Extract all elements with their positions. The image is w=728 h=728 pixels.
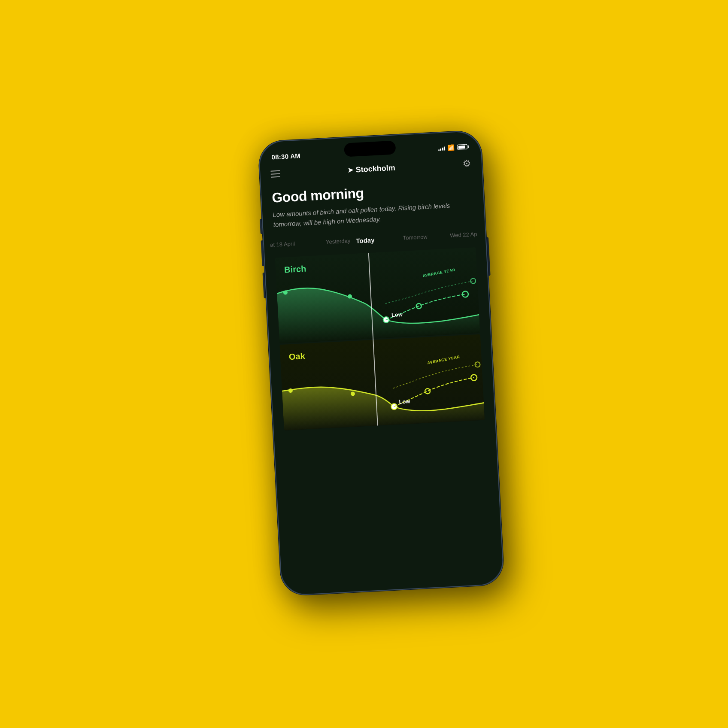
signal-icon <box>438 145 445 151</box>
oak-label: Oak <box>288 351 305 362</box>
battery-body <box>457 144 468 150</box>
birch-value-text: Low <box>391 311 403 318</box>
birch-chart-svg: Low <box>275 247 480 343</box>
status-icons: 📶 <box>438 143 469 152</box>
oak-future-dot-1 <box>425 388 431 394</box>
signal-bar-1 <box>438 149 440 151</box>
menu-line-1 <box>270 170 280 172</box>
birch-label: Birch <box>284 264 306 275</box>
oak-chart-svg: Low <box>279 334 485 431</box>
charts-section: Birch AVERAGE YEAR <box>275 247 485 431</box>
menu-line-3 <box>271 176 280 178</box>
signal-bar-3 <box>442 148 443 151</box>
timeline-label-yesterday: Yesterday <box>326 237 351 245</box>
timeline-label-wed22: Wed 22 Ap <box>450 231 477 239</box>
battery-fill <box>458 145 465 149</box>
menu-line-2 <box>271 173 280 175</box>
status-time: 08:30 AM <box>271 152 301 161</box>
main-content: Good morning Low amounts of birch and oa… <box>261 169 495 431</box>
oak-chart-card[interactable]: Oak AVERAGE YEAR <box>279 334 485 431</box>
wifi-icon: 📶 <box>448 144 455 151</box>
timeline-label-today[interactable]: Today <box>356 236 375 244</box>
signal-bar-2 <box>440 149 441 151</box>
location-name: Stockholm <box>355 163 395 174</box>
location-arrow-icon: ➤ <box>347 166 353 174</box>
app-background: 08:30 AM 📶 <box>0 0 728 728</box>
timeline-label-tomorrow[interactable]: Tomorrow <box>403 234 428 241</box>
birch-average-dot <box>470 278 476 284</box>
battery-icon <box>457 144 469 150</box>
menu-button[interactable] <box>270 170 280 178</box>
phone-frame: 08:30 AM 📶 <box>258 130 505 596</box>
battery-tip <box>468 146 469 148</box>
oak-value-text: Low <box>399 398 411 405</box>
dynamic-island <box>344 140 396 157</box>
timeline-label-sat18: at 18 April <box>270 240 295 248</box>
signal-bar-4 <box>444 146 445 150</box>
birch-chart-card[interactable]: Birch AVERAGE YEAR <box>275 247 480 343</box>
phone-container: 08:30 AM 📶 <box>258 130 505 596</box>
location-title: ➤ Stockholm <box>347 163 395 175</box>
settings-button[interactable]: ⚙ <box>462 158 471 170</box>
phone-screen: 08:30 AM 📶 <box>259 131 504 595</box>
